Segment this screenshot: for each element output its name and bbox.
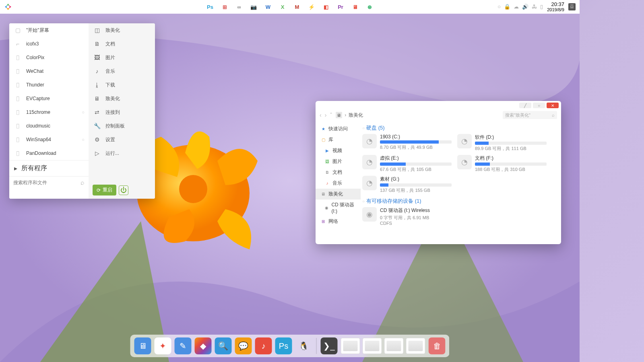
dock-app[interactable]: 🔍 bbox=[215, 337, 232, 354]
sidebar-label: 快速访问 bbox=[328, 125, 348, 132]
drive-item[interactable]: ◔1903 (C:)8.70 GB 可用，共 49.9 GB bbox=[362, 134, 452, 152]
dock-app[interactable]: 🖥 bbox=[134, 337, 151, 354]
tray-icon[interactable]: ○ bbox=[497, 4, 501, 10]
dock-window-thumb[interactable] bbox=[384, 338, 404, 354]
place-icon: 🖥 bbox=[93, 95, 101, 102]
start-place-label: 致美化 bbox=[105, 27, 120, 34]
dock-window-thumb[interactable] bbox=[341, 338, 360, 354]
explorer-titlebar[interactable]: ╱ ○ ✕ bbox=[316, 101, 561, 109]
menubar-app-icon[interactable]: ⚡ bbox=[308, 3, 315, 10]
close-button[interactable]: ✕ bbox=[547, 103, 559, 108]
start-app-item[interactable]: ⌷cloudmusic bbox=[9, 119, 89, 133]
drive-item[interactable]: ◔文档 (F:)188 GB 可用，共 310 GB bbox=[457, 155, 547, 173]
start-app-item[interactable]: ▢"开始"屏幕 bbox=[9, 23, 89, 37]
start-app-item[interactable]: ⌷PanDownload bbox=[9, 146, 89, 160]
start-place-item[interactable]: 🗎文档 bbox=[89, 37, 155, 51]
start-app-item[interactable]: ⌷115chrome○ bbox=[9, 105, 89, 119]
menubar-app-icon[interactable]: M bbox=[293, 3, 301, 10]
sidebar-item[interactable]: 🖼图片 bbox=[316, 156, 361, 167]
dock-trash[interactable]: 🗑 bbox=[429, 337, 446, 354]
menubar-app-icon[interactable]: X bbox=[279, 3, 286, 10]
start-place-item[interactable]: 🔧控制面板 bbox=[89, 119, 155, 133]
tray-icon[interactable]: ☁ bbox=[514, 4, 519, 10]
power-options-button[interactable]: ⏻ bbox=[119, 185, 128, 195]
dock-app[interactable]: 💬 bbox=[235, 337, 252, 354]
maximize-button[interactable]: ○ bbox=[533, 103, 545, 108]
menubar-app-icon[interactable]: Ps bbox=[206, 3, 214, 10]
nav-forward-button[interactable]: › bbox=[325, 112, 327, 118]
start-place-item[interactable]: ♪音乐 bbox=[89, 64, 155, 78]
start-search-input[interactable] bbox=[13, 180, 80, 185]
disc-icon: ◉ bbox=[362, 207, 377, 222]
removable-section-header[interactable]: 有可移动存储的设备 (1) bbox=[362, 197, 557, 205]
sidebar-icon: 🗎 bbox=[324, 170, 330, 175]
sidebar-item[interactable]: 🗎文档 bbox=[316, 167, 361, 178]
drives-section-header[interactable]: 硬盘 (5) bbox=[362, 124, 557, 132]
drive-item[interactable]: ◔软件 (D:)89.9 GB 可用，共 111 GB bbox=[457, 134, 547, 152]
nav-back-button[interactable]: ‹ bbox=[320, 112, 322, 118]
menubar-app-icon[interactable]: ⊛ bbox=[366, 3, 373, 10]
dock-app[interactable]: ✎ bbox=[175, 337, 192, 354]
minimize-button[interactable]: ╱ bbox=[519, 103, 531, 108]
dock-window-thumb[interactable] bbox=[406, 338, 425, 354]
menubar-app-icon[interactable]: W bbox=[264, 3, 272, 10]
start-button[interactable] bbox=[0, 3, 16, 11]
start-app-item[interactable]: ⌷WinSnap64○ bbox=[9, 133, 89, 146]
menubar-app-icon[interactable]: Pr bbox=[337, 3, 344, 10]
start-place-item[interactable]: 🖼图片 bbox=[89, 51, 155, 64]
sidebar-item[interactable]: ⊞网络 bbox=[316, 216, 361, 227]
dock-app[interactable]: ◆ bbox=[195, 337, 212, 354]
nav-up-button[interactable]: ˄ bbox=[330, 112, 332, 118]
start-app-item[interactable]: ⌐icofx3 bbox=[9, 37, 89, 51]
app-icon: ⌷ bbox=[14, 136, 21, 143]
all-programs-button[interactable]: ▸ 所有程序 bbox=[9, 160, 89, 176]
menubar-app-icon[interactable]: 📷 bbox=[250, 3, 257, 10]
sidebar-label: 图片 bbox=[332, 158, 342, 165]
start-place-item[interactable]: ⭳下载 bbox=[89, 78, 155, 92]
breadcrumb[interactable]: 🖥 › 致美化 bbox=[336, 112, 363, 119]
dock-window-thumb[interactable] bbox=[363, 338, 382, 354]
notification-icon[interactable]: ☲ bbox=[568, 3, 576, 10]
tray-icon[interactable]: 🔊 bbox=[522, 4, 528, 10]
start-app-item[interactable]: ⌷ColorPix bbox=[9, 51, 89, 64]
drive-item[interactable]: ◔素材 (G:)137 GB 可用，共 155 GB bbox=[362, 176, 452, 193]
removable-drive[interactable]: ◉ CD 驱动器 (I:) Wireless 0 字节 可用，共 6.91 MB… bbox=[362, 207, 452, 226]
dock-app[interactable]: ✦ bbox=[155, 337, 171, 354]
menubar-app-icon[interactable]: ∞ bbox=[235, 3, 243, 10]
place-icon: ◫ bbox=[93, 27, 101, 34]
tray-icon[interactable]: 🔒 bbox=[504, 4, 510, 10]
explorer-search[interactable]: 搜索"致美化" ⌕ bbox=[503, 111, 557, 119]
sidebar-item[interactable]: ♪音乐 bbox=[316, 178, 361, 189]
start-search[interactable]: ⌕ bbox=[9, 176, 89, 189]
sidebar-item[interactable]: ▶视频 bbox=[316, 145, 361, 156]
menubar-app-icon[interactable]: ◧ bbox=[322, 3, 330, 10]
dock-terminal[interactable]: ❯_ bbox=[321, 337, 338, 354]
start-app-item[interactable]: ⌷EVCapture bbox=[9, 92, 89, 105]
sidebar-item[interactable]: ▢库 bbox=[316, 134, 361, 145]
system-clock[interactable]: 20:37 2019/8/9 bbox=[547, 2, 564, 12]
sidebar-label: 库 bbox=[328, 136, 333, 143]
dock-app[interactable]: Ps bbox=[275, 337, 292, 354]
start-place-item[interactable]: 🖥致美化 bbox=[89, 92, 155, 105]
start-place-item[interactable]: ◫致美化 bbox=[89, 23, 155, 37]
tray-icon[interactable]: 🖧 bbox=[532, 4, 537, 10]
place-icon: ⭳ bbox=[93, 81, 101, 88]
start-app-item[interactable]: ⌷WeChat bbox=[9, 64, 89, 78]
tray-icon[interactable]: ▯ bbox=[540, 4, 543, 10]
restart-button[interactable]: ⟳ 重启 bbox=[93, 185, 116, 195]
start-place-item[interactable]: ⚙设置 bbox=[89, 133, 155, 146]
start-place-label: 文档 bbox=[105, 41, 115, 47]
sidebar-item[interactable]: 🖥致美化 bbox=[316, 189, 361, 200]
place-icon: 🔧 bbox=[93, 122, 101, 130]
drive-item[interactable]: ◔虚拟 (E:)67.6 GB 可用，共 105 GB bbox=[362, 155, 452, 173]
dock-app[interactable]: 🐧 bbox=[295, 337, 312, 354]
menubar-app-icon[interactable]: ⊞ bbox=[221, 3, 228, 10]
dock-app[interactable]: ♪ bbox=[255, 337, 272, 354]
start-place-item[interactable]: ⇄连接到 bbox=[89, 105, 155, 119]
sidebar-item[interactable]: ◉CD 驱动器 (I:) bbox=[316, 200, 361, 216]
start-app-item[interactable]: ⌷Thunder bbox=[9, 78, 89, 92]
menubar-app-icon[interactable]: 🖥 bbox=[351, 3, 359, 10]
sidebar-icon: ▶ bbox=[324, 148, 330, 154]
start-place-item[interactable]: ▷运行... bbox=[89, 146, 155, 160]
sidebar-item[interactable]: ★快速访问 bbox=[316, 123, 361, 134]
